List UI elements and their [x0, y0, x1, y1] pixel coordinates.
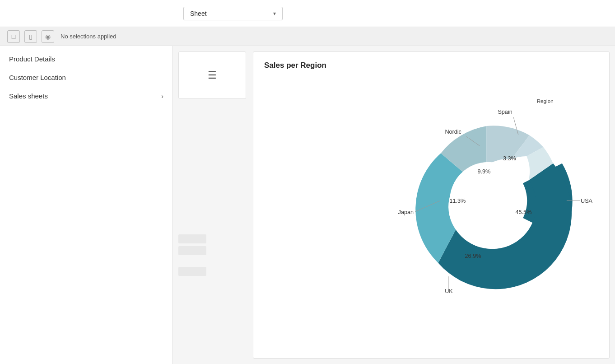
label-nordic: Nordic	[445, 129, 461, 135]
sidebar-item-label: Sales sheets	[9, 92, 48, 100]
top-bar: Sheet ▾	[0, 0, 615, 27]
sidebar-item-label: Customer Location	[9, 74, 66, 81]
clear-selections-icon[interactable]: ◉	[42, 30, 54, 43]
label-japan: Japan	[398, 209, 414, 215]
sidebar-item-customer-location[interactable]: Customer Location	[0, 68, 172, 87]
sheet-dropdown[interactable]: Sheet ▾	[183, 7, 283, 20]
pct-uk: 26.9%	[465, 253, 481, 259]
pct-spain: 3.3%	[503, 155, 516, 162]
donut-chart: Region	[264, 75, 598, 309]
hamburger-icon: ☰	[208, 70, 217, 80]
pct-nordic: 9.9%	[477, 168, 490, 175]
chart-title: Sales per Region	[264, 61, 598, 70]
chevron-down-icon: ▾	[273, 10, 276, 17]
small-card-3	[178, 267, 206, 276]
left-panel: ☰	[178, 51, 248, 359]
small-card-1	[178, 234, 206, 243]
select-lasso-icon[interactable]: ▯	[24, 30, 37, 43]
pct-usa: 45.5%	[516, 209, 532, 215]
select-expand-icon[interactable]: □	[7, 30, 20, 43]
arrow-icon: ›	[161, 93, 163, 100]
chart-svg-container: Region	[264, 75, 598, 309]
content-inner: ☰ Sales per Region Region	[173, 46, 615, 364]
content-area: ☰ Sales per Region Region	[173, 46, 615, 364]
sidebar-item-label: Product Details	[9, 55, 55, 63]
sidebar: Product Details Customer Location Sales …	[0, 46, 173, 364]
legend-title: Region	[537, 98, 554, 104]
sidebar-item-sales-sheets[interactable]: Sales sheets ›	[0, 87, 172, 105]
menu-card[interactable]: ☰	[178, 51, 246, 99]
chart-panel: Sales per Region Region	[253, 51, 610, 359]
sidebar-item-product-details[interactable]: Product Details	[0, 50, 172, 68]
small-cards	[178, 103, 248, 276]
label-spain: Spain	[498, 109, 512, 115]
pct-japan: 11.3%	[449, 198, 466, 204]
sheet-label: Sheet	[190, 10, 207, 17]
no-selections-text: No selections applied	[61, 33, 116, 40]
selections-bar: □ ▯ ◉ No selections applied	[0, 27, 615, 46]
main-content: Product Details Customer Location Sales …	[0, 46, 615, 364]
small-card-2	[178, 246, 206, 255]
label-usa: USA	[581, 198, 593, 204]
